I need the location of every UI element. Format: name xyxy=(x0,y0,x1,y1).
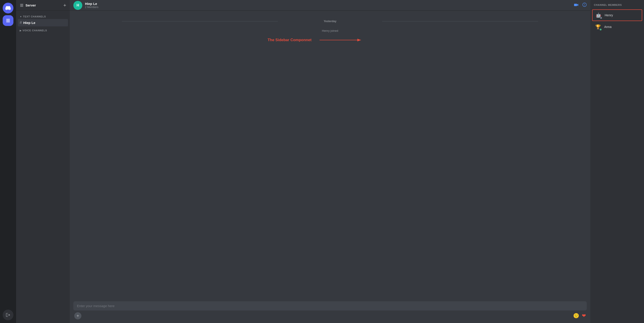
message-input-area: Enter your message here + 🙂 ❤ xyxy=(70,300,590,323)
channel-sidebar: Server + ▼ TEXT CHANNELS # Hiep Le ▶ VOI… xyxy=(16,0,70,323)
toolbar-left: + xyxy=(74,312,82,320)
toolbar-right: 🙂 ❤ xyxy=(573,313,586,319)
anna-name: Anna xyxy=(604,25,612,29)
hash-icon: # xyxy=(20,20,22,25)
system-message: Henry joined xyxy=(70,28,590,33)
svg-rect-3 xyxy=(20,4,23,4)
discord-icon[interactable] xyxy=(3,3,14,14)
message-placeholder: Enter your message here xyxy=(77,304,114,308)
channel-avatar: H xyxy=(73,1,82,10)
message-input-box[interactable]: Enter your message here xyxy=(73,301,587,310)
add-channel-button[interactable]: + xyxy=(63,2,66,8)
svg-rect-5 xyxy=(20,6,23,7)
channel-header: H Hiep Le 2 Members xyxy=(70,0,590,11)
heart-button[interactable]: ❤ xyxy=(582,313,586,319)
add-attachment-button[interactable]: + xyxy=(74,312,82,320)
header-icons xyxy=(574,2,587,8)
messages-area: Yesterday Henry joined The Sidebar Compo… xyxy=(70,11,590,300)
anna-status-dot xyxy=(599,28,602,31)
voice-channels-category: ▶ VOICE CHANNELS xyxy=(18,28,68,33)
collapsed-arrow-icon: ▶ xyxy=(20,29,22,32)
date-label: Yesterday xyxy=(324,20,336,23)
henry-avatar: 🤖 xyxy=(594,11,602,19)
server-header-icon xyxy=(20,3,24,8)
server-active-icon[interactable] xyxy=(3,15,14,26)
text-channels-header[interactable]: ▼ TEXT CHANNELS xyxy=(18,14,68,19)
join-message: Henry joined xyxy=(322,29,338,32)
henry-name: Henry xyxy=(605,14,613,17)
voice-channels-header[interactable]: ▶ VOICE CHANNELS xyxy=(18,28,68,33)
date-divider: Yesterday xyxy=(70,18,590,24)
member-anna[interactable]: 🏆 Anna xyxy=(592,22,642,32)
video-icon[interactable] xyxy=(574,3,579,8)
text-channels-label: TEXT CHANNELS xyxy=(23,15,46,18)
channel-info: Hiep Le 2 Members xyxy=(85,2,571,9)
svg-rect-4 xyxy=(20,5,23,6)
info-icon[interactable] xyxy=(582,2,587,8)
channels-list: ▼ TEXT CHANNELS # Hiep Le ▶ VOICE CHANNE… xyxy=(16,11,70,323)
server-icon-bar xyxy=(0,0,16,323)
channel-hiep-le[interactable]: # Hiep Le xyxy=(18,19,68,26)
henry-status-dot xyxy=(600,16,602,19)
anna-avatar: 🏆 xyxy=(594,23,602,31)
members-count: 2 Members xyxy=(85,6,571,9)
channel-name-label: Hiep Le xyxy=(23,21,35,24)
channel-name: Hiep Le xyxy=(85,2,571,6)
voice-channels-label: VOICE CHANNELS xyxy=(22,29,47,32)
logout-icon[interactable] xyxy=(3,310,14,320)
emoji-button[interactable]: 🙂 xyxy=(573,313,579,319)
server-title: Server xyxy=(20,3,36,8)
server-header[interactable]: Server + xyxy=(16,0,70,11)
text-channels-category: ▼ TEXT CHANNELS # Hiep Le xyxy=(18,14,68,26)
svg-rect-1 xyxy=(6,20,10,21)
expand-arrow-icon: ▼ xyxy=(20,16,22,18)
annotation-text: The Sidebar Componnet xyxy=(268,38,312,42)
member-sidebar: CHANNEL MEMBERS 🤖 Henry 🏆 Anna xyxy=(590,0,644,323)
member-henry[interactable]: 🤖 Henry xyxy=(592,10,642,21)
annotation-arrow xyxy=(320,37,364,44)
message-toolbar: + 🙂 ❤ xyxy=(73,312,587,320)
member-sidebar-title: CHANNEL MEMBERS xyxy=(592,4,642,9)
svg-rect-0 xyxy=(6,19,10,20)
svg-rect-6 xyxy=(574,4,577,6)
avatar-letter: H xyxy=(76,3,79,8)
svg-rect-2 xyxy=(6,22,10,22)
main-content: H Hiep Le 2 Members Yes xyxy=(70,0,590,323)
server-name-label: Server xyxy=(26,3,36,7)
